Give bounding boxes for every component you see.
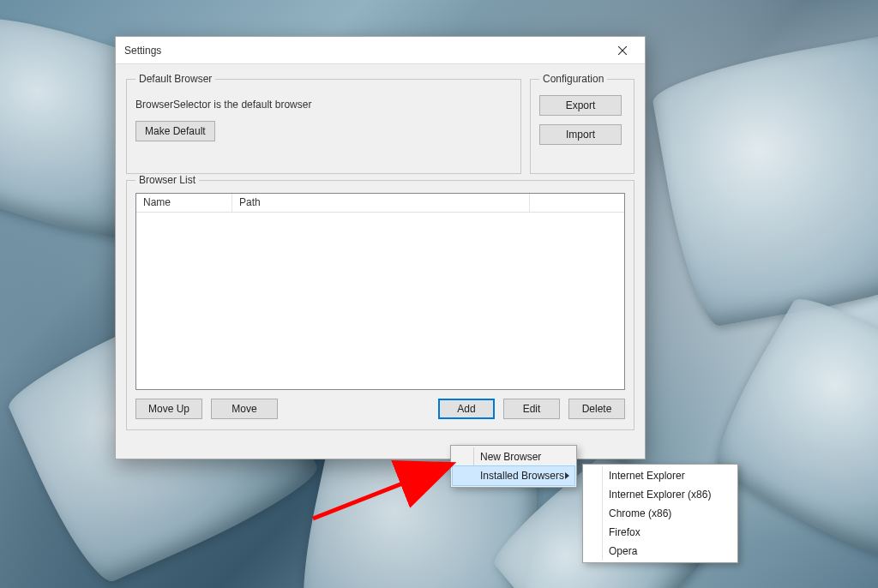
default-browser-legend: Default Browser [135, 73, 215, 85]
menu-item-label: New Browser [480, 451, 541, 463]
menu-item-label: Internet Explorer [609, 470, 685, 482]
client-area: Default Browser BrowserSelector is the d… [116, 64, 645, 441]
add-button[interactable]: Add [438, 399, 495, 419]
chevron-right-icon [565, 472, 569, 479]
column-path[interactable]: Path [232, 194, 530, 212]
browser-list-legend: Browser List [135, 174, 199, 186]
configuration-group: Configuration Export Import [530, 73, 634, 174]
export-button[interactable]: Export [539, 95, 622, 116]
menu-item-label: Internet Explorer (x86) [609, 489, 711, 501]
window-title: Settings [124, 45, 605, 57]
menu-item-installed-browsers[interactable]: Installed Browsers [453, 466, 574, 485]
default-browser-status: BrowserSelector is the default browser [135, 99, 512, 111]
move-down-button[interactable]: Move [211, 399, 278, 419]
menu-item-new-browser[interactable]: New Browser [453, 447, 574, 466]
listview-body[interactable] [136, 213, 624, 389]
submenu-item-ie-x86[interactable]: Internet Explorer (x86) [585, 485, 736, 504]
move-up-button[interactable]: Move Up [135, 399, 202, 419]
configuration-legend: Configuration [539, 73, 607, 85]
menu-item-label: Chrome (x86) [609, 507, 671, 519]
column-spacer [530, 194, 624, 212]
browser-listview[interactable]: Name Path [135, 193, 625, 390]
make-default-button[interactable]: Make Default [135, 121, 215, 141]
submenu-item-firefox[interactable]: Firefox [585, 523, 736, 542]
submenu-item-chrome-x86[interactable]: Chrome (x86) [585, 504, 736, 523]
edit-button[interactable]: Edit [503, 399, 560, 419]
browser-list-group: Browser List Name Path Move Up Move Add … [126, 174, 634, 430]
close-button[interactable] [605, 39, 640, 63]
add-menu[interactable]: New Browser Installed Browsers [450, 445, 577, 488]
import-button[interactable]: Import [539, 124, 622, 145]
menu-item-label: Firefox [609, 526, 640, 538]
close-icon [618, 46, 627, 55]
settings-window: Settings Default Browser BrowserSelector… [115, 36, 646, 459]
menu-item-label: Opera [609, 545, 637, 557]
default-browser-group: Default Browser BrowserSelector is the d… [126, 73, 521, 174]
listview-header: Name Path [136, 194, 624, 213]
delete-button[interactable]: Delete [568, 399, 625, 419]
menu-item-label: Installed Browsers [480, 470, 564, 482]
submenu-item-ie[interactable]: Internet Explorer [585, 466, 736, 485]
submenu-item-opera[interactable]: Opera [585, 542, 736, 561]
column-name[interactable]: Name [136, 194, 232, 212]
titlebar[interactable]: Settings [116, 37, 645, 64]
installed-browsers-submenu[interactable]: Internet Explorer Internet Explorer (x86… [582, 464, 738, 563]
